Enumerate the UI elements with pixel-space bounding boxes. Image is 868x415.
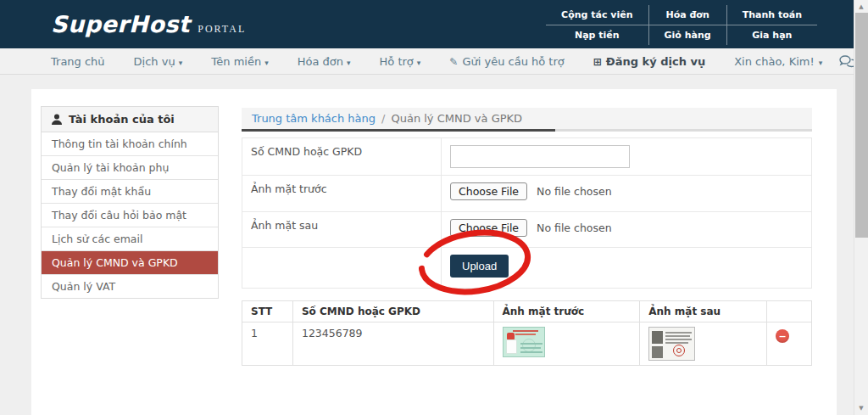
sidebar-item-quan-ly-cmnd-gpkd[interactable]: Quản lý CMND và GPKD (42, 251, 218, 275)
header-quick-links: Cộng tác viên Hóa đơn Thanh toán Nạp tiề… (546, 5, 817, 45)
table-row: 1 123456789 (242, 322, 812, 366)
scrollbar-down-arrow-icon[interactable]: ▼ (854, 405, 868, 412)
breadcrumb-underline (242, 129, 812, 132)
quick-link-cong-tac-vien[interactable]: Cộng tác viên (546, 5, 648, 25)
sidebar-item-thay-doi-cau-hoi-bao-mat[interactable]: Thay đổi câu hỏi bảo mật (42, 204, 218, 227)
brand-logo-text: SuperHost (51, 11, 190, 37)
navbar-right-group: Xin chào, Kim!▾ a ▾ (734, 54, 868, 68)
nav-item-dich-vu[interactable]: Dịch vụ▾ (134, 55, 183, 68)
cmnd-number-input[interactable] (450, 145, 630, 168)
quick-link-nap-tien[interactable]: Nạp tiền (546, 25, 648, 45)
sidebar-title: Tài khoản của tôi (69, 113, 175, 126)
upload-form: Số CMND hoặc GPKD Ảnh mặt trước Choose F… (242, 137, 812, 289)
field-label-so-cmnd: Số CMND hoặc GPKD (242, 138, 442, 176)
field-cell: Upload (442, 248, 812, 289)
front-image-file-status: No file chosen (537, 185, 612, 198)
back-image-file-status: No file chosen (537, 222, 612, 234)
quick-link-gia-han[interactable]: Gia hạn (727, 25, 817, 45)
cell-back-image (640, 322, 767, 366)
sidebar-item-thay-doi-mat-khau[interactable]: Thay đổi mật khẩu (42, 180, 218, 204)
fingerprint-box (652, 346, 663, 358)
empty-cell (242, 248, 442, 289)
brand-logo[interactable]: SuperHost PORTAL (51, 11, 246, 37)
table-header-row: STT Số CMND hoặc GPKD Ảnh mặt trước Ảnh … (242, 301, 812, 322)
id-card-back-thumbnail[interactable] (648, 327, 695, 361)
main-content: Trung tâm khách hàng / Quản lý CMND và G… (242, 108, 812, 366)
id-card-photo-box (506, 339, 517, 354)
nav-item-gui-yeu-cau-ho-tro[interactable]: ✎Gửi yêu cầu hỗ trợ (449, 55, 564, 68)
field-cell: Choose File No file chosen (442, 176, 812, 212)
chevron-down-icon: ▾ (264, 59, 269, 67)
delete-record-button[interactable]: − (776, 329, 789, 343)
nav-item-trang-chu[interactable]: Trang chủ (51, 55, 105, 68)
sidebar-item-lich-su-cac-email[interactable]: Lịch sử các email (42, 227, 218, 251)
sidebar-header: Tài khoản của tôi (42, 107, 218, 132)
cell-actions: − (767, 322, 812, 366)
column-header-anh-mat-truoc: Ảnh mặt trước (493, 301, 640, 322)
quick-link-thanh-toan[interactable]: Thanh toán (727, 5, 817, 25)
vertical-scrollbar[interactable]: ▲ ▼ (854, 0, 868, 415)
column-header-stt: STT (242, 301, 293, 322)
brand-logo-suffix: PORTAL (198, 23, 246, 36)
chevron-down-icon: ▾ (179, 59, 183, 67)
id-card-front-thumbnail[interactable] (503, 327, 545, 357)
page: SuperHost PORTAL Cộng tác viên Hóa đơn T… (0, 0, 868, 415)
user-icon (52, 114, 62, 125)
back-image-choose-file-button[interactable]: Choose File (450, 219, 527, 237)
main-navbar: Trang chủ Dịch vụ▾ Tên miền▾ Hóa đơn▾ Hỗ… (0, 48, 868, 75)
field-cell (442, 138, 812, 176)
id-card-front-subtitle-line (515, 334, 536, 335)
top-header: SuperHost PORTAL Cộng tác viên Hóa đơn T… (0, 0, 868, 48)
form-row-back-image: Ảnh mặt sau Choose File No file chosen (242, 212, 812, 248)
chevron-down-icon: ▾ (347, 59, 351, 67)
scrollbar-up-arrow-icon[interactable]: ▲ (854, 3, 868, 10)
nav-item-ten-mien[interactable]: Tên miền▾ (211, 55, 269, 68)
front-image-choose-file-button[interactable]: Choose File (450, 182, 527, 200)
id-card-front-title-line (513, 330, 538, 332)
column-header-so-cmnd: Số CMND hoặc GPKD (292, 301, 493, 322)
red-stamp-icon (673, 345, 685, 356)
fingerprint-box (652, 331, 663, 344)
cmnd-records-table: STT Số CMND hoặc GPKD Ảnh mặt trước Ảnh … (242, 300, 812, 366)
chevron-down-icon: ▾ (819, 59, 823, 67)
plus-square-icon: ⊞ (593, 56, 602, 68)
field-cell: Choose File No file chosen (442, 212, 812, 248)
sidebar-item-thong-tin-tai-khoan-chinh[interactable]: Thông tin tài khoản chính (42, 132, 218, 156)
scrollbar-thumb[interactable] (855, 13, 868, 238)
column-header-actions (767, 301, 812, 322)
user-greeting-menu[interactable]: Xin chào, Kim!▾ (734, 55, 822, 68)
minus-icon: − (778, 332, 786, 341)
cell-stt: 1 (242, 322, 293, 366)
quick-link-hoa-don[interactable]: Hóa đơn (649, 5, 727, 25)
breadcrumb: Trung tâm khách hàng / Quản lý CMND và G… (242, 108, 812, 129)
id-card-watermark (522, 339, 536, 352)
field-label-anh-mat-sau: Ảnh mặt sau (242, 212, 442, 248)
tags-icon: ✎ (449, 56, 458, 68)
column-header-anh-mat-sau: Ảnh mặt sau (640, 301, 767, 322)
sidebar-item-quan-ly-tai-khoan-phu[interactable]: Quản lý tài khoản phụ (42, 156, 218, 180)
breadcrumb-parent-link[interactable]: Trung tâm khách hàng (252, 112, 376, 125)
nav-item-dang-ky-dich-vu[interactable]: ⊞Đăng ký dịch vụ (593, 55, 705, 68)
field-label-anh-mat-truoc: Ảnh mặt trước (242, 176, 442, 212)
nav-item-hoa-don[interactable]: Hóa đơn▾ (298, 55, 351, 68)
cell-front-image (493, 322, 640, 366)
chevron-down-icon: ▾ (417, 59, 421, 67)
form-row-submit: Upload (242, 248, 812, 289)
form-row-front-image: Ảnh mặt trước Choose File No file chosen (242, 176, 812, 212)
breadcrumb-current: Quản lý CMND và GPKD (391, 112, 522, 125)
form-row-number: Số CMND hoặc GPKD (242, 138, 812, 176)
cell-number: 123456789 (292, 322, 493, 366)
upload-button[interactable]: Upload (450, 255, 509, 278)
breadcrumb-separator: / (381, 112, 385, 125)
quick-link-gio-hang[interactable]: Giỏ hàng (649, 25, 727, 45)
sidebar-item-quan-ly-vat[interactable]: Quản lý VAT (42, 275, 218, 298)
nav-item-ho-tro[interactable]: Hỗ trợ▾ (380, 55, 421, 68)
account-sidebar: Tài khoản của tôi Thông tin tài khoản ch… (41, 106, 219, 299)
